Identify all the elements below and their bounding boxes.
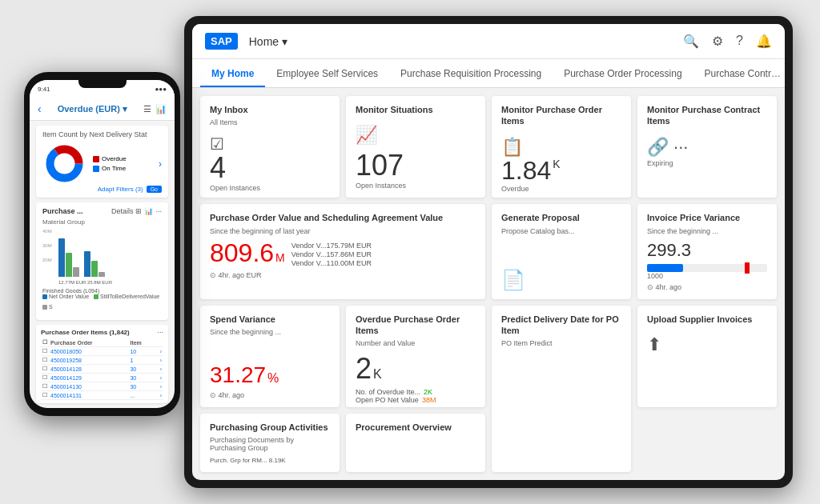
phone-table-more[interactable]: ··· <box>157 328 163 336</box>
notification-icon[interactable]: 🔔 <box>756 34 772 49</box>
chart-icon[interactable]: 📊 <box>155 104 167 114</box>
table-row[interactable]: ☐ 4500014128 30 › <box>41 365 163 374</box>
tile-po-value[interactable]: Purchase Order Value and Scheduling Agre… <box>200 204 485 298</box>
po-value-time: ⊙ 4hr. ago EUR <box>210 271 285 279</box>
vendor-row-2: Vendor V... 157.86M EUR <box>291 250 372 258</box>
phone-screen-title[interactable]: Overdue (EUR) ▾ <box>58 104 127 114</box>
table-header-checkbox: ☐ <box>41 338 49 347</box>
overdue-po-value: 2 <box>356 352 372 386</box>
more-icon[interactable]: ··· <box>155 207 162 215</box>
po-items-unit: K <box>553 158 560 170</box>
tab-employee-self[interactable]: Employee Self Services <box>265 62 389 87</box>
row-po-number: 4500019258 <box>49 356 128 365</box>
phone-bar-title: Purchase ... <box>42 207 83 215</box>
row-checkbox: ☐ <box>41 374 49 382</box>
row-nav-arrow[interactable]: › <box>155 365 163 374</box>
table-row[interactable]: ☐ 4500014131 ... › <box>41 391 163 400</box>
go-button[interactable]: Go <box>147 186 162 193</box>
row-nav-arrow[interactable]: › <box>155 391 163 400</box>
tab-my-home[interactable]: My Home <box>200 62 265 87</box>
vendor-list: Vendor V... 175.79M EUR Vendor V... 157.… <box>291 242 372 268</box>
tile-overdue-po[interactable]: Overdue Purchase Order Items Number and … <box>346 306 485 407</box>
table-icon[interactable]: ⊞ <box>135 207 142 215</box>
ontime-label: On Time <box>102 165 126 172</box>
vendor-label-1: Vendor V... <box>291 242 327 250</box>
phone-chart-legend: Overdue On Time <box>93 155 127 172</box>
generate-title: Generate Proposal <box>501 212 621 223</box>
tab-purchase-req[interactable]: Purchase Requisition Processing <box>389 62 553 87</box>
row-nav-arrow[interactable]: › <box>155 374 163 382</box>
vendor-amount-2: 157.86M EUR <box>326 250 372 258</box>
phone-device: 9:41 ●●● ‹ Overdue (EUR) ▾ ☰ 📊 Item Coun… <box>24 72 180 416</box>
bar-seg-gray-2 <box>98 272 105 277</box>
contract-label: Expiring <box>647 159 767 167</box>
overdue-dot <box>93 156 99 162</box>
list-icon[interactable]: ☰ <box>143 104 151 114</box>
phone-bar-chart: 40M 30M 20M 12.77M EUR 25 <box>42 229 162 277</box>
phone-time: 9:41 <box>38 86 50 93</box>
tile-my-inbox[interactable]: My Inbox All Items ☑ 4 Open Instances <box>200 96 340 198</box>
tile-generate-proposal[interactable]: Generate Proposal Propose Catalog bas...… <box>492 204 631 298</box>
bar-chart-icon[interactable]: 📊 <box>144 207 153 215</box>
tile-purchasing-group[interactable]: Purchasing Group Activities Purchasing D… <box>200 414 340 472</box>
bar-label-1: 12.77M EUR 25.8M EUR <box>58 280 112 285</box>
tile-spend-variance[interactable]: Spend Variance Since the beginning ... 3… <box>200 306 340 407</box>
sap-nav: My Home Employee Self Services Purchase … <box>192 59 785 88</box>
tab-purchase-contract[interactable]: Purchase Contr… <box>693 62 785 87</box>
overdue-stat-2: Open PO Net Value 38M <box>356 396 476 404</box>
ontime-dot <box>93 166 99 172</box>
situations-value-label: Open Instances <box>356 182 476 190</box>
still-deliver-label: StillToBeDeliveredValue <box>100 294 159 299</box>
po-value-title: Purchase Order Value and Scheduling Agre… <box>210 212 476 223</box>
generate-subtitle: Propose Catalog bas... <box>501 227 621 235</box>
tile-invoice-price[interactable]: Invoice Price Variance Since the beginni… <box>637 204 777 298</box>
tab-purchase-order[interactable]: Purchase Order Processing <box>553 62 693 87</box>
tile-monitor-situations[interactable]: Monitor Situations 📈 107 Open Instances <box>346 96 485 198</box>
tile-monitor-po-items[interactable]: Monitor Purchase Order Items 📋 1.84 K Ov… <box>492 96 631 198</box>
still-deliver-dot <box>94 294 98 299</box>
row-item-number: 30 <box>128 382 154 391</box>
table-row[interactable]: ☐ 4500014130 30 › <box>41 382 163 391</box>
bar-group-1 <box>58 238 79 277</box>
phone-header-icons: ☰ 📊 <box>143 104 167 114</box>
tile-predict-delivery[interactable]: Predict Delivery Date for PO Item PO Ite… <box>492 306 631 473</box>
details-label[interactable]: Details <box>111 207 134 215</box>
table-row[interactable]: ☐ 4500018050 10 › <box>41 347 163 356</box>
chevron-right-icon[interactable]: › <box>159 158 162 170</box>
adapt-filters-label[interactable]: Adapt Filters (3) <box>98 186 143 193</box>
bar-group-2 <box>84 251 105 277</box>
phone-table-header: Purchase Order Items (1,842) ··· <box>41 328 163 336</box>
home-dropdown-arrow[interactable]: ▾ <box>282 35 287 48</box>
vendor-amount-1: 175.79M EUR <box>326 242 372 250</box>
search-icon[interactable]: 🔍 <box>683 34 699 49</box>
po-items-label: Overdue <box>501 185 621 193</box>
tile-procurement-overview[interactable]: Procurement Overview <box>346 414 485 472</box>
legend-s: S <box>42 304 53 310</box>
invoice-bar-dot <box>745 262 750 274</box>
tile-monitor-contract-items[interactable]: Monitor Purchase Contract Items 🔗 ··· Ex… <box>637 96 777 198</box>
phone-content: Item Count by Next Delivery Stat Overdue <box>30 121 175 408</box>
vendor-label-2: Vendor V... <box>291 250 327 258</box>
legend-still-deliver: StillToBeDeliveredValue <box>94 294 159 299</box>
adapt-filters-row: Adapt Filters (3) Go <box>42 186 162 193</box>
row-nav-arrow[interactable]: › <box>155 382 163 391</box>
inbox-value-label: Open Instances <box>210 184 330 192</box>
row-nav-arrow[interactable]: › <box>155 356 163 365</box>
spend-value: 31.27 <box>210 362 266 388</box>
row-checkbox: ☐ <box>41 391 49 400</box>
tiles-area: My Inbox All Items ☑ 4 Open Instances Mo… <box>192 88 785 480</box>
row-nav-arrow[interactable]: › <box>155 347 163 356</box>
settings-icon[interactable]: ⚙ <box>712 34 723 49</box>
sap-home-label[interactable]: Home ▾ <box>249 35 287 48</box>
phone-back-button[interactable]: ‹ <box>38 102 42 115</box>
row-checkbox: ☐ <box>41 356 49 365</box>
help-icon[interactable]: ? <box>736 34 743 49</box>
row-checkbox: ☐ <box>41 382 49 391</box>
table-row[interactable]: ☐ 4500014129 30 › <box>41 374 163 382</box>
table-row[interactable]: ☐ 4500019258 1 › <box>41 356 163 365</box>
situations-value: 107 <box>356 151 476 180</box>
vendor-label-3: Vendor V... <box>291 259 327 267</box>
tile-upload-invoices[interactable]: Upload Supplier Invoices ⬆ <box>637 306 777 407</box>
po-items-value: 1.84 <box>501 158 551 183</box>
bar-seg-blue-1 <box>58 238 65 277</box>
